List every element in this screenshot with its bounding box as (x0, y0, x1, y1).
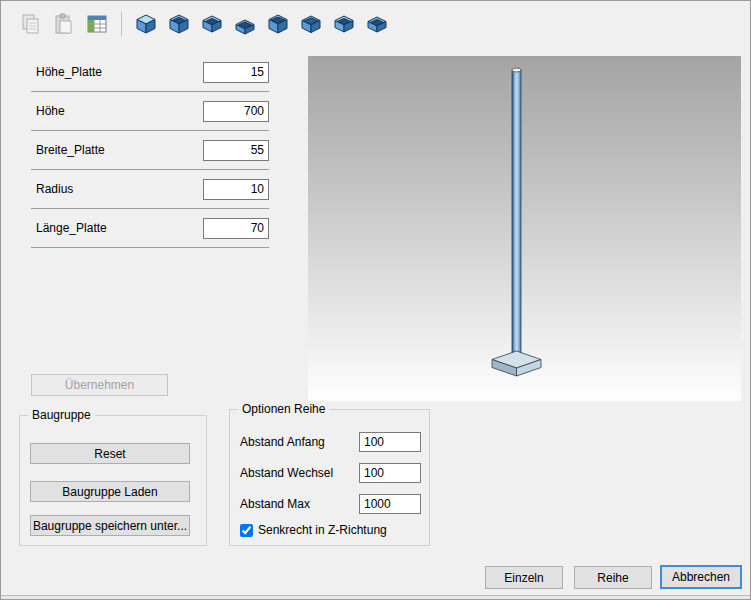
parameter-label: Höhe_Platte (31, 65, 102, 79)
box-open-4-icon[interactable] (297, 10, 325, 38)
parameter-label: Radius (31, 182, 73, 196)
parameter-label: Länge_Platte (31, 221, 107, 235)
optionen-reihe-group-title: Optionen Reihe (238, 402, 329, 416)
post-top-cap (512, 68, 521, 72)
option-label: Abstand Anfang (240, 435, 359, 449)
parameter-row: Höhe_Platte (31, 53, 269, 92)
reset-button[interactable]: Reset (30, 443, 190, 464)
save-assembly-as-button[interactable]: Baugruppe speichern unter... (30, 515, 190, 536)
paste-icon (50, 10, 78, 38)
reihe-button[interactable]: Reihe (574, 566, 652, 589)
parameter-input-radius[interactable] (203, 179, 269, 200)
parameter-row: Länge_Platte (31, 209, 269, 248)
abbrechen-button[interactable]: Abbrechen (660, 565, 742, 589)
baugruppe-group-title: Baugruppe (28, 408, 95, 422)
parameter-input-breite-platte[interactable] (203, 140, 269, 161)
model-preview[interactable] (308, 56, 741, 401)
option-label: Abstand Wechsel (240, 466, 359, 480)
parameter-input-laenge-platte[interactable] (203, 218, 269, 239)
einzeln-button[interactable]: Einzeln (485, 566, 563, 589)
abstand-wechsel-input[interactable] (359, 463, 421, 483)
parameter-label: Breite_Platte (31, 143, 105, 157)
abstand-max-input[interactable] (359, 494, 421, 514)
toolbar-separator (121, 12, 122, 36)
parametric-assembly-dialog: Höhe_Platte Höhe Breite_Platte Radius Lä… (0, 0, 751, 600)
senkrecht-z-checkbox-row: Senkrecht in Z-Richtung (240, 523, 387, 537)
parameter-list: Höhe_Platte Höhe Breite_Platte Radius Lä… (31, 53, 269, 248)
box-open-1-icon[interactable] (165, 10, 193, 38)
parameter-input-hoehe-platte[interactable] (203, 62, 269, 83)
cube-solid-icon[interactable] (132, 10, 160, 38)
senkrecht-z-checkbox[interactable] (240, 524, 253, 537)
post-shaft (512, 70, 521, 362)
baugruppe-group: Baugruppe Reset Baugruppe Laden Baugrupp… (19, 415, 207, 546)
box-flat-icon[interactable] (231, 10, 259, 38)
datasheet-icon[interactable] (83, 10, 111, 38)
copy-icon (17, 10, 45, 38)
parameter-row: Höhe (31, 92, 269, 131)
option-label: Abstand Max (240, 497, 359, 511)
checkbox-label: Senkrecht in Z-Richtung (258, 523, 387, 537)
apply-button: Übernehmen (31, 374, 168, 396)
load-assembly-button[interactable]: Baugruppe Laden (30, 481, 190, 502)
box-open-6-icon[interactable] (363, 10, 391, 38)
parameter-label: Höhe (31, 104, 65, 118)
dialog-bottom-edge (1, 595, 750, 599)
option-row: Abstand Anfang (240, 432, 421, 452)
parameter-row: Breite_Platte (31, 131, 269, 170)
box-open-2-icon[interactable] (198, 10, 226, 38)
option-row: Abstand Max (240, 494, 421, 514)
parameter-input-hoehe[interactable] (203, 101, 269, 122)
box-open-5-icon[interactable] (330, 10, 358, 38)
parameter-row: Radius (31, 170, 269, 209)
box-open-3-icon[interactable] (264, 10, 292, 38)
optionen-reihe-group: Optionen Reihe Abstand Anfang Abstand We… (229, 409, 430, 546)
abstand-anfang-input[interactable] (359, 432, 421, 452)
option-row: Abstand Wechsel (240, 463, 421, 483)
toolbar (17, 10, 391, 38)
